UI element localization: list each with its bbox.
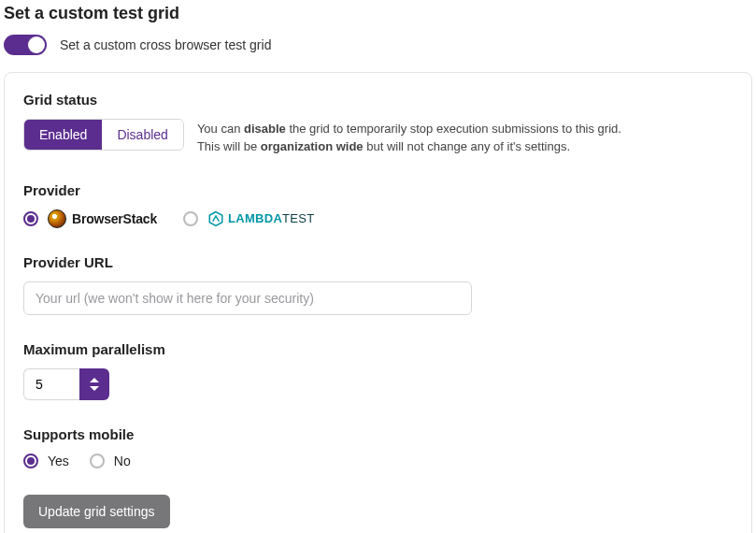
supports-mobile-no-radio[interactable] — [90, 454, 105, 468]
provider-url-input[interactable] — [23, 281, 472, 315]
chevron-down-icon — [90, 386, 99, 391]
grid-status-enabled[interactable]: Enabled — [24, 120, 102, 150]
help-bold: disable — [244, 122, 286, 136]
help-text: but will not change any of it's settings… — [364, 139, 570, 153]
parallelism-label: Maximum parallelism — [23, 341, 733, 357]
provider-logo-browserstack: BrowserStack — [48, 209, 157, 228]
grid-status-disabled[interactable]: Disabled — [102, 120, 182, 150]
supports-mobile-no-label: No — [114, 454, 131, 468]
browserstack-icon — [48, 209, 66, 228]
provider-radio-browserstack[interactable] — [23, 211, 38, 226]
grid-status-segmented: Enabled Disabled — [23, 119, 184, 151]
help-text: This will be — [197, 139, 261, 153]
grid-status-label: Grid status — [23, 92, 733, 108]
stepper-controls[interactable] — [79, 368, 109, 400]
provider-logo-lambdatest: LAMBDATEST — [207, 210, 315, 227]
lambdatest-icon — [207, 210, 224, 227]
update-grid-settings-button[interactable]: Update grid settings — [23, 495, 170, 528]
parallelism-input[interactable] — [23, 368, 79, 400]
supports-mobile-label: Supports mobile — [23, 426, 733, 442]
provider-url-label: Provider URL — [23, 254, 733, 270]
parallelism-stepper — [23, 368, 109, 400]
toggle-thumb — [28, 36, 45, 53]
chevron-up-icon — [90, 378, 99, 382]
custom-grid-toggle[interactable] — [4, 35, 47, 55]
toggle-label: Set a custom cross browser test grid — [60, 37, 271, 52]
grid-status-help: You can disable the grid to temporarily … — [197, 119, 621, 156]
provider-radio-lambdatest[interactable] — [183, 211, 198, 226]
help-text: You can — [197, 122, 244, 136]
toggle-row: Set a custom cross browser test grid — [4, 35, 752, 55]
help-text: the grid to temporarily stop execution s… — [286, 122, 621, 136]
browserstack-name: BrowserStack — [72, 211, 157, 226]
supports-mobile-yes-radio[interactable] — [23, 454, 38, 468]
lambdatest-name: LAMBDATEST — [228, 211, 315, 225]
provider-label: Provider — [23, 182, 733, 198]
page-title: Set a custom test grid — [4, 4, 752, 23]
supports-mobile-yes-label: Yes — [48, 454, 69, 468]
help-bold: organization wide — [261, 139, 364, 153]
settings-panel: Grid status Enabled Disabled You can dis… — [4, 72, 752, 533]
